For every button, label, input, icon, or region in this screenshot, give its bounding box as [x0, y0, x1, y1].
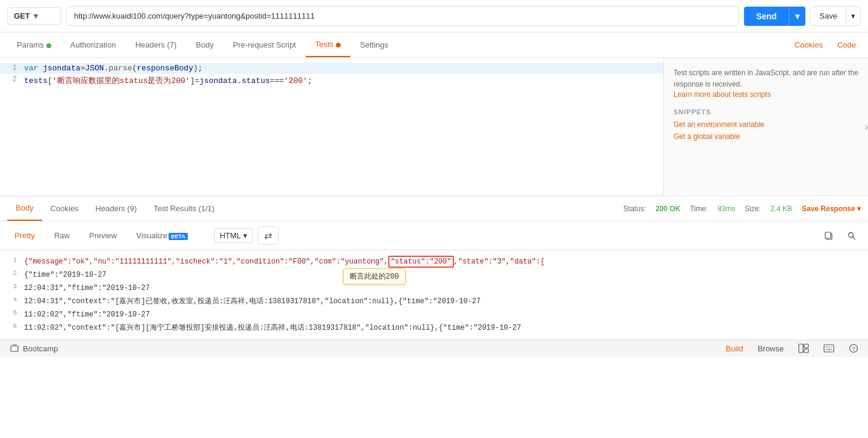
svg-text:?: ?	[852, 346, 855, 352]
svg-rect-8	[824, 345, 834, 352]
learn-more-link[interactable]: Learn more about tests scripts	[674, 90, 770, 99]
expand-arrow-icon[interactable]: ›	[865, 122, 868, 132]
time-value: 83ms	[718, 205, 735, 213]
layout-icon[interactable]	[798, 344, 809, 353]
toolbar-right	[820, 227, 861, 245]
status-highlight: "status":"200"	[388, 256, 454, 268]
tab-settings[interactable]: Settings	[350, 33, 398, 57]
copy-icon[interactable]	[820, 227, 838, 245]
snippet-env-var[interactable]: Get an environment variable	[674, 120, 858, 129]
resp-line-1: 1 {"message":"ok","nu":"11111111111","is…	[0, 255, 868, 268]
keyboard-icon[interactable]	[823, 344, 834, 353]
response-tab-test-results[interactable]: Test Results (1/1)	[145, 197, 223, 220]
format-select[interactable]: HTML ▾	[214, 228, 253, 243]
format-toolbar: Pretty Raw Preview VisualizeBETA HTML ▾ …	[0, 221, 868, 250]
send-button[interactable]: Send ▾	[744, 7, 805, 26]
search-icon[interactable]	[843, 227, 861, 245]
request-tabs: Params Authorization Headers (7) Body Pr…	[0, 32, 868, 58]
line-code-2: tests['断言响应数据里的status是否为200']=jsondata.s…	[24, 75, 663, 86]
tab-prerequest[interactable]: Pre-request Script	[223, 33, 306, 57]
help-icon[interactable]: ?	[849, 344, 858, 353]
line-number-1: 1	[0, 64, 24, 73]
response-body-panel[interactable]: 1 {"message":"ok","nu":"11111111111","is…	[0, 250, 868, 339]
format-chevron-icon: ▾	[243, 231, 247, 240]
line-code-1: var jsondata=JSON.parse(responseBody);	[24, 64, 663, 73]
method-chevron: ▾	[34, 11, 38, 20]
fmt-tab-raw[interactable]: Raw	[47, 228, 77, 243]
bootcamp-icon	[10, 344, 19, 353]
response-status-bar: Status: 200 OK Time: 83ms Size: 2.4 KB S…	[624, 205, 861, 213]
status-label: Status:	[624, 205, 646, 213]
method-select[interactable]: GET ▾	[7, 7, 61, 25]
save-label: Save	[811, 7, 846, 25]
svg-line-3	[853, 236, 855, 239]
svg-rect-6	[804, 344, 808, 348]
size-label: Size:	[745, 205, 761, 213]
wrap-button[interactable]: ⇄	[258, 226, 279, 245]
editor-line-1: 1 var jsondata=JSON.parse(responseBody);	[0, 63, 663, 74]
top-bar: GET ▾ Send ▾ Save ▾	[0, 0, 868, 32]
resp-line-2: 2 {"time":"2019-10-27	[0, 268, 868, 282]
format-value: HTML	[220, 231, 241, 240]
fmt-tab-visualize[interactable]: VisualizeBETA	[129, 228, 195, 243]
tab-code-link[interactable]: Code	[832, 33, 861, 57]
beta-badge: BETA	[169, 233, 188, 240]
browse-button[interactable]: Browse	[758, 344, 784, 353]
response-tab-cookies[interactable]: Cookies	[42, 197, 87, 220]
assert-tooltip: 断言此处的200	[343, 268, 406, 285]
bootcamp-button[interactable]: Bootcamp	[10, 344, 58, 353]
svg-rect-1	[825, 232, 831, 238]
tab-params[interactable]: Params	[7, 33, 61, 57]
url-input[interactable]	[66, 6, 739, 26]
fmt-tab-preview[interactable]: Preview	[82, 228, 124, 243]
app-bottom-bar: Bootcamp Build Browse ?	[0, 339, 868, 357]
tab-headers[interactable]: Headers (7)	[126, 33, 187, 57]
line-number-2: 2	[0, 75, 24, 86]
editor-line-2: 2 tests['断言响应数据里的status是否为200']=jsondata…	[0, 74, 663, 87]
tab-body[interactable]: Body	[186, 33, 223, 57]
tab-cookies-link[interactable]: Cookies	[790, 33, 828, 57]
save-dropdown-arrow[interactable]: ▾	[846, 7, 860, 25]
size-value: 2.4 KB	[770, 205, 792, 213]
build-button[interactable]: Build	[726, 344, 743, 353]
send-label: Send	[744, 7, 789, 26]
help-description: Test scripts are written in JavaScript, …	[674, 67, 858, 90]
svg-rect-5	[799, 344, 803, 353]
resp-line-3: 3 12:04:31","ftime":"2019-10-27	[0, 282, 868, 295]
tab-authorization[interactable]: Authorization	[61, 33, 126, 57]
svg-point-2	[849, 232, 854, 237]
snippet-global-var[interactable]: Get a global variable	[674, 132, 858, 141]
code-editor[interactable]: 1 var jsondata=JSON.parse(responseBody);…	[0, 58, 663, 196]
method-label: GET	[14, 11, 30, 20]
svg-rect-4	[11, 346, 18, 351]
params-dot	[46, 43, 51, 48]
response-tabs: Body Cookies Headers (9) Test Results (1…	[0, 196, 868, 221]
resp-line-5: 5 11:02:02","ftime":"2019-10-27	[0, 308, 868, 321]
save-button[interactable]: Save ▾	[810, 6, 861, 26]
browse-label: Browse	[758, 344, 784, 353]
status-value: 200 OK	[656, 205, 680, 213]
time-label: Time:	[690, 205, 708, 213]
send-arrow[interactable]: ▾	[789, 7, 805, 26]
build-label: Build	[726, 344, 743, 353]
fmt-tab-pretty[interactable]: Pretty	[7, 228, 42, 243]
tests-help-panel: Test scripts are written in JavaScript, …	[663, 58, 868, 196]
response-tab-body[interactable]: Body	[7, 196, 42, 221]
response-tab-headers[interactable]: Headers (9)	[87, 197, 146, 220]
tests-dot	[336, 43, 341, 48]
resp-line-6: 6 11:02:02","context":"[嘉兴市][海宁工桥墩投部]安排投…	[0, 321, 868, 335]
snippets-label: SNIPPETS	[674, 108, 858, 116]
resp-line-4: 4 12:04:31","context":"[嘉兴市]已签收,收发室,投递员:…	[0, 295, 868, 308]
svg-rect-7	[804, 349, 808, 353]
editor-panel: 1 var jsondata=JSON.parse(responseBody);…	[0, 58, 868, 196]
bootcamp-label: Bootcamp	[23, 344, 58, 353]
tab-tests[interactable]: Tests	[306, 32, 350, 57]
save-response-button[interactable]: Save Response ▾	[802, 205, 861, 213]
